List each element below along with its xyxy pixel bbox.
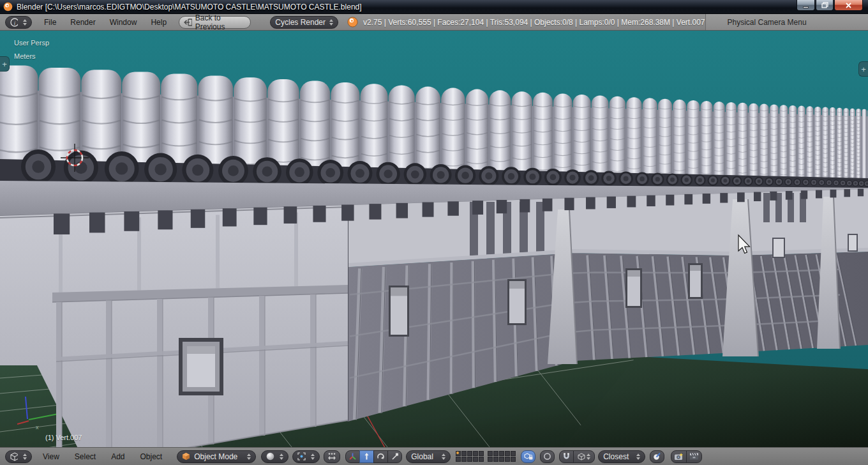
castle-wall-model: xy: [0, 31, 868, 447]
window-titlebar[interactable]: Blender [C:\Users\marcos.EDIGTMO\Desktop…: [0, 0, 868, 14]
opengl-render-anim-button[interactable]: [686, 450, 702, 463]
snap-toggle-button[interactable]: [559, 450, 574, 463]
layers-widget[interactable]: [456, 451, 516, 462]
viewport-shading-select[interactable]: [261, 450, 288, 463]
blender-app-icon: [3, 2, 13, 11]
layer-cell[interactable]: [488, 457, 493, 462]
axes-tripod-icon: [348, 452, 357, 461]
close-button[interactable]: [834, 0, 863, 11]
camera-menu-label: Physical Camera Menu: [728, 18, 807, 27]
menu-add[interactable]: Add: [104, 452, 131, 461]
magnet-icon: [562, 452, 571, 461]
layer-cell[interactable]: [467, 451, 472, 456]
translate-arrow-icon: [363, 452, 371, 461]
view3d-editor-icon: [10, 452, 18, 461]
layer-cell[interactable]: [473, 451, 478, 456]
orientation-value: Global: [411, 452, 433, 461]
layer-cell[interactable]: [456, 457, 461, 462]
back-to-previous-button[interactable]: Back to Previous: [179, 16, 251, 29]
double-arrow-icon: [23, 454, 27, 460]
double-arrow-icon: [247, 454, 251, 460]
layer-cell[interactable]: [499, 457, 504, 462]
rotate-manipulator-button[interactable]: [373, 450, 388, 463]
scale-manipulator-button[interactable]: [387, 450, 402, 463]
layer-cell[interactable]: [493, 457, 498, 462]
menu-help[interactable]: Help: [144, 18, 174, 27]
3d-viewport[interactable]: xy: [0, 31, 868, 447]
layer-cell[interactable]: [505, 451, 510, 456]
snap-element-cube-icon: [578, 453, 585, 461]
layer-cell[interactable]: [461, 457, 467, 462]
layer-cell[interactable]: [456, 451, 461, 456]
snap-element-select[interactable]: [573, 450, 595, 463]
editor-type-selector[interactable]: i: [5, 16, 32, 29]
manipulator-dots-icon: [327, 452, 336, 461]
lock-to-scene-button[interactable]: [521, 450, 535, 463]
proportional-editing-button[interactable]: [540, 450, 555, 463]
pivot-point-select[interactable]: [292, 450, 320, 463]
snap-target-value: Closest: [603, 452, 629, 461]
double-arrow-icon: [23, 19, 27, 26]
plus-icon: +: [861, 65, 866, 74]
render-engine-select[interactable]: Cycles Render: [270, 16, 338, 29]
layer-cell[interactable]: [479, 451, 484, 456]
layer-cell[interactable]: [493, 451, 498, 456]
layer-cell[interactable]: [479, 457, 484, 462]
back-to-previous-label: Back to Previous: [195, 13, 244, 31]
mode-value: Object Mode: [194, 452, 237, 461]
lock-cube-icon: [524, 452, 533, 461]
blender-window: Blender [C:\Users\marcos.EDIGTMO\Desktop…: [0, 0, 868, 465]
layer-cell[interactable]: [473, 457, 478, 462]
menu-select[interactable]: Select: [68, 452, 103, 461]
properties-expand-tab[interactable]: +: [858, 61, 868, 77]
layer-grid-right[interactable]: [488, 451, 516, 462]
manipulator-widget-toggle[interactable]: [324, 450, 340, 463]
info-editor-icon: i: [10, 18, 18, 27]
opengl-render-image-button[interactable]: [671, 450, 687, 463]
svg-text:x: x: [36, 424, 39, 431]
shading-sphere-icon: [266, 452, 274, 461]
translate-manipulator-button[interactable]: [359, 450, 374, 463]
menu-object[interactable]: Object: [133, 452, 170, 461]
render-engine-value: Cycles Render: [275, 18, 326, 27]
menu-file[interactable]: File: [37, 18, 63, 27]
camera-icon: [674, 452, 684, 461]
layer-cell[interactable]: [505, 457, 510, 462]
double-arrow-icon: [442, 454, 445, 460]
plus-icon: +: [2, 59, 7, 69]
layer-cell[interactable]: [488, 451, 493, 456]
double-arrow-icon: [311, 454, 315, 460]
restore-icon: [821, 2, 828, 8]
layer-cell[interactable]: [499, 451, 504, 456]
toolshelf-expand-tab[interactable]: +: [0, 56, 10, 72]
snap-target-select[interactable]: Closest: [598, 450, 645, 463]
minimize-icon: [803, 6, 809, 8]
close-icon: [846, 3, 851, 8]
view-name-label: User Persp: [14, 39, 49, 47]
restore-button[interactable]: [816, 0, 834, 11]
units-label: Meters: [14, 52, 36, 60]
snap-self-icon: [653, 452, 661, 461]
layer-cell[interactable]: [511, 451, 516, 456]
clapperboard-icon: [689, 452, 699, 461]
svg-text:i: i: [14, 19, 16, 26]
double-arrow-icon: [587, 454, 590, 460]
editor-type-selector[interactable]: [5, 450, 32, 463]
layer-cell[interactable]: [467, 457, 472, 462]
active-object-label: (1) Vert.007: [45, 434, 82, 441]
minimize-button[interactable]: [797, 0, 815, 11]
menu-view[interactable]: View: [36, 452, 66, 461]
menu-window[interactable]: Window: [103, 18, 144, 27]
camera-menu-header[interactable]: Physical Camera Menu: [705, 14, 868, 30]
menu-render[interactable]: Render: [63, 18, 102, 27]
manipulator-axes-button[interactable]: [345, 450, 360, 463]
view3d-header: View Select Add Object Object Mode: [0, 447, 868, 465]
transform-orientation-select[interactable]: Global: [406, 450, 451, 463]
double-arrow-icon: [280, 454, 283, 460]
snap-self-button[interactable]: [650, 450, 664, 463]
layer-cell[interactable]: [511, 457, 516, 462]
mode-select[interactable]: Object Mode: [177, 450, 256, 463]
pivot-point-icon: [297, 452, 306, 461]
layer-cell[interactable]: [461, 451, 467, 456]
layer-grid-left[interactable]: [456, 451, 484, 462]
